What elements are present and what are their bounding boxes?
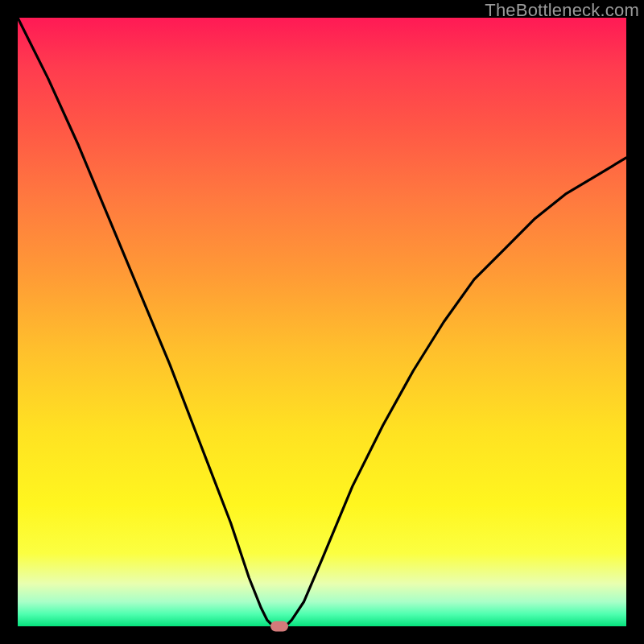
bottleneck-curve — [18, 18, 626, 626]
chart-frame: TheBottleneck.com — [0, 0, 644, 644]
plot-area — [18, 18, 626, 626]
optimum-marker — [270, 621, 288, 632]
